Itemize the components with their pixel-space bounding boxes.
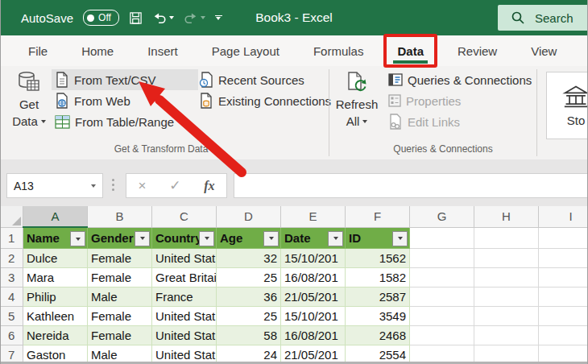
cell[interactable] [474,325,539,345]
edit-links-button[interactable]: Edit Links [385,111,504,132]
cell[interactable]: France [152,287,217,306]
cell[interactable] [539,267,588,287]
column-header-c[interactable]: C [152,206,217,227]
cell[interactable] [410,306,474,325]
cell[interactable]: 15/10/201 [281,306,346,325]
tab-view[interactable]: View [514,35,574,66]
filter-button-id[interactable] [392,231,408,246]
column-header-a[interactable]: A [23,206,88,227]
name-box[interactable]: A13 [6,173,103,198]
header-cell-id[interactable]: ID [346,227,410,248]
enter-button[interactable]: ✓ [169,177,180,194]
row-header-6[interactable]: 6 [1,325,23,345]
cell[interactable]: 1582 [346,267,410,287]
cell[interactable]: 16/08/201 [281,325,346,345]
cell[interactable] [410,325,474,345]
cell[interactable]: United Stat [152,325,217,345]
autosave-toggle[interactable]: Off [83,10,119,26]
header-cell-age[interactable]: Age [217,227,281,248]
cell[interactable] [539,325,588,345]
header-cell-name[interactable]: Name [23,227,88,248]
filter-button-date[interactable] [328,231,343,246]
cell[interactable]: United Stat [152,306,217,325]
recent-sources-button[interactable]: Recent Sources [196,69,331,90]
cell[interactable]: Female [88,306,152,325]
filter-button-country[interactable] [199,231,214,246]
cell[interactable]: 1562 [346,248,410,267]
header-cell-date[interactable]: Date [281,227,346,248]
cell[interactable] [474,248,539,267]
cell[interactable]: Female [88,325,152,345]
cell[interactable]: Mara [23,267,88,287]
column-header-e[interactable]: E [281,206,346,227]
cell[interactable] [539,287,588,306]
column-header-i[interactable]: I [539,206,588,227]
cell[interactable] [474,306,539,325]
cell[interactable] [474,287,539,306]
properties-button[interactable]: Properties [385,90,504,111]
cell[interactable]: Great Britai [152,267,217,287]
cell[interactable]: 36 [217,287,281,306]
cell[interactable] [410,248,474,267]
formula-input[interactable] [234,173,588,198]
cell[interactable] [410,287,474,306]
queries-connections-button[interactable]: Queries & Connections [385,69,540,90]
undo-button[interactable] [152,10,174,25]
tab-data[interactable]: Data [380,35,441,66]
row-header-1[interactable]: 1 [1,227,23,248]
stocks-data-type-button[interactable]: Sto [546,72,588,139]
column-header-b[interactable]: B [88,206,152,227]
cell[interactable] [410,267,474,287]
cell[interactable]: 15/10/201 [281,248,346,267]
cell[interactable]: 25 [217,267,281,287]
insert-function-button[interactable]: fx [204,179,214,193]
get-data-button[interactable]: Get Data [6,70,52,130]
select-all-button[interactable] [1,206,23,227]
row-header-2[interactable]: 2 [1,248,23,267]
tab-review[interactable]: Review [441,35,514,66]
existing-connections-button[interactable]: Existing Connections [196,90,331,111]
cell[interactable]: Female [88,267,152,287]
cell[interactable]: 3549 [346,306,410,325]
row-header-4[interactable]: 4 [1,287,23,306]
tab-home[interactable]: Home [64,35,130,66]
cancel-button[interactable]: × [138,178,146,194]
formula-bar-splitter[interactable] [112,179,114,191]
from-table-range-button[interactable]: From Table/Range [52,111,198,132]
tab-page-layout[interactable]: Page Layout [195,35,296,66]
cell[interactable]: 21/05/201 [281,287,346,306]
cell[interactable]: 32 [217,248,281,267]
filter-button-gender[interactable] [135,231,150,246]
cell[interactable]: Kathleen [23,306,88,325]
cell[interactable] [410,227,474,248]
cell[interactable]: 2587 [346,287,410,306]
column-header-f[interactable]: F [346,206,410,227]
tab-formulas[interactable]: Formulas [296,35,381,66]
cell[interactable]: United Stat [152,248,217,267]
cell[interactable] [539,306,588,325]
cell[interactable]: Nereida [23,325,88,345]
cell[interactable]: 25 [217,306,281,325]
from-text-csv-button[interactable]: From Text/CSV [52,69,198,90]
header-cell-country[interactable]: Country [152,227,217,248]
cell[interactable] [539,248,588,267]
redo-button[interactable] [184,10,205,25]
cell[interactable] [474,267,539,287]
tab-file[interactable]: File [11,35,64,66]
column-header-h[interactable]: H [474,206,539,227]
header-cell-gender[interactable]: Gender [88,227,152,248]
filter-button-name[interactable] [70,231,85,246]
cell[interactable]: Dulce [23,248,88,267]
cell[interactable]: 16/08/201 [281,267,346,287]
cell[interactable]: 2468 [346,325,410,345]
cell[interactable]: Male [88,287,152,306]
search-box[interactable]: Search [498,5,588,31]
save-button[interactable] [129,11,143,25]
column-header-g[interactable]: G [410,206,474,227]
cell[interactable]: Philip [23,287,88,306]
cell[interactable]: Female [88,248,152,267]
filter-button-age[interactable] [263,231,279,246]
tab-developer[interactable]: Developer [574,35,588,66]
column-header-d[interactable]: D [217,206,281,227]
row-header-3[interactable]: 3 [1,267,23,287]
